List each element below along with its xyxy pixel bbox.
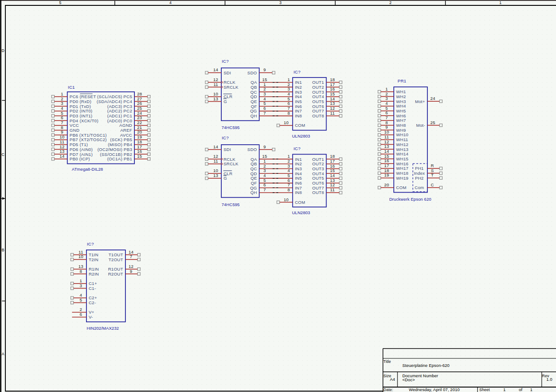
svg-text:PD0 (RxD): PD0 (RxD): [69, 99, 91, 104]
svg-text:IN2: IN2: [295, 161, 302, 166]
svg-text:IC?: IC?: [222, 135, 229, 140]
svg-text:4: 4: [263, 173, 266, 178]
svg-text:15: 15: [330, 168, 335, 173]
svg-text:B: B: [2, 248, 4, 252]
svg-text:7: 7: [61, 120, 63, 125]
svg-text:C: C: [2, 152, 5, 157]
svg-text:WH12: WH12: [396, 142, 409, 147]
svg-text:QD: QD: [250, 171, 257, 176]
svg-text:11: 11: [60, 139, 64, 144]
svg-text:WH11: WH11: [396, 137, 408, 142]
svg-text:20: 20: [137, 129, 142, 134]
svg-text:WH16: WH16: [396, 161, 409, 166]
svg-text:3: 3: [80, 283, 82, 288]
svg-text:7: 7: [263, 187, 266, 192]
svg-text:21: 21: [137, 125, 142, 130]
svg-text:G: G: [224, 99, 227, 104]
svg-text:WH3: WH3: [396, 99, 406, 104]
svg-text:10: 10: [213, 168, 218, 173]
svg-text:3: 3: [385, 96, 388, 101]
svg-text:11: 11: [78, 250, 83, 254]
svg-text:12: 12: [213, 77, 218, 82]
svg-text:12: 12: [213, 154, 218, 159]
svg-text:PD4 (XCK/T0): PD4 (XCK/T0): [69, 118, 98, 123]
svg-text:Mot-: Mot-: [416, 123, 425, 128]
svg-text:2: 2: [61, 96, 63, 101]
svg-text:4: 4: [169, 0, 172, 5]
svg-text:1: 1: [80, 278, 82, 283]
svg-text:Com: Com: [414, 185, 424, 190]
svg-text:7: 7: [385, 115, 388, 120]
svg-text:25: 25: [137, 106, 142, 111]
svg-text:11: 11: [213, 159, 218, 164]
svg-text:1: 1: [263, 82, 266, 87]
svg-text:V-: V-: [89, 314, 93, 319]
svg-text:WH17: WH17: [396, 166, 409, 171]
svg-text:COM: COM: [295, 123, 305, 128]
svg-text:4: 4: [385, 101, 388, 106]
svg-text:2: 2: [385, 91, 388, 96]
svg-text:5: 5: [263, 178, 266, 183]
svg-text:QC: QC: [250, 90, 257, 95]
svg-text:C2-: C2-: [89, 300, 96, 305]
svg-text:Title: Title: [384, 359, 391, 364]
svg-text:IN2: IN2: [295, 85, 302, 90]
svg-text:28: 28: [137, 91, 142, 96]
svg-text:COM: COM: [396, 185, 406, 190]
svg-text:17: 17: [330, 159, 335, 164]
svg-text:9: 9: [263, 144, 266, 149]
svg-text:PD7 (AIN1): PD7 (AIN1): [69, 152, 93, 157]
svg-text:WH10: WH10: [396, 132, 409, 137]
svg-text:74HC595: 74HC595: [221, 202, 240, 207]
svg-text:OUT2: OUT2: [312, 161, 324, 166]
svg-text:V+: V+: [89, 310, 95, 314]
svg-text:WH19: WH19: [396, 176, 409, 181]
svg-text:PB6 (XT1/TOSC1): PB6 (XT1/TOSC1): [69, 133, 107, 138]
svg-text:A4: A4: [390, 377, 395, 382]
svg-text:(ADC2) PC2: (ADC2) PC2: [107, 108, 132, 113]
svg-text:13: 13: [78, 264, 83, 269]
svg-text:2: 2: [263, 164, 266, 168]
svg-text:IN8: IN8: [295, 113, 302, 118]
svg-text:5: 5: [59, 0, 61, 5]
svg-text:Sheet: Sheet: [479, 388, 490, 392]
svg-text:6: 6: [263, 106, 266, 111]
svg-text:7: 7: [263, 111, 266, 116]
svg-text:10: 10: [284, 197, 289, 202]
svg-text:QF: QF: [251, 104, 257, 109]
svg-text:AGND: AGND: [119, 123, 132, 128]
svg-text:1: 1: [503, 387, 505, 392]
svg-text:15: 15: [384, 154, 389, 159]
svg-text:12: 12: [384, 139, 389, 144]
svg-text:R2IN: R2IN: [89, 271, 99, 276]
svg-text:S: S: [431, 168, 434, 173]
svg-text:4: 4: [80, 293, 82, 297]
svg-text:QE: QE: [250, 176, 257, 181]
svg-text:16: 16: [384, 158, 389, 163]
svg-text:OUT5: OUT5: [312, 176, 324, 181]
svg-text:12: 12: [129, 264, 134, 269]
svg-text:IN4: IN4: [295, 94, 302, 99]
svg-text:(SCL/ADC5) PC5: (SCL/ADC5) PC5: [97, 94, 132, 99]
svg-text:PD1 (TxD): PD1 (TxD): [69, 104, 91, 109]
svg-text:OUT8: OUT8: [312, 190, 324, 195]
svg-text:11: 11: [330, 111, 335, 116]
svg-text:of: of: [519, 387, 522, 392]
svg-text:23: 23: [137, 115, 142, 120]
svg-text:IN8: IN8: [295, 190, 302, 195]
svg-text:QF: QF: [251, 181, 257, 185]
svg-text:PB0 (ICP): PB0 (ICP): [69, 156, 90, 161]
svg-text:SDO: SDO: [247, 70, 257, 75]
svg-text:1.0: 1.0: [546, 377, 552, 382]
svg-text:SDO: SDO: [247, 147, 257, 152]
svg-text:QH: QH: [250, 190, 257, 195]
svg-text:14: 14: [330, 96, 335, 101]
svg-text:OUT7: OUT7: [312, 185, 324, 190]
svg-text:QE: QE: [250, 99, 257, 104]
svg-text:Date:: Date:: [384, 388, 393, 392]
svg-text:10: 10: [284, 120, 289, 125]
svg-text:11: 11: [330, 187, 335, 192]
svg-text:QG: QG: [250, 185, 257, 190]
svg-text:HIN202/MAX232: HIN202/MAX232: [86, 326, 119, 331]
svg-text:WH6: WH6: [396, 113, 406, 118]
